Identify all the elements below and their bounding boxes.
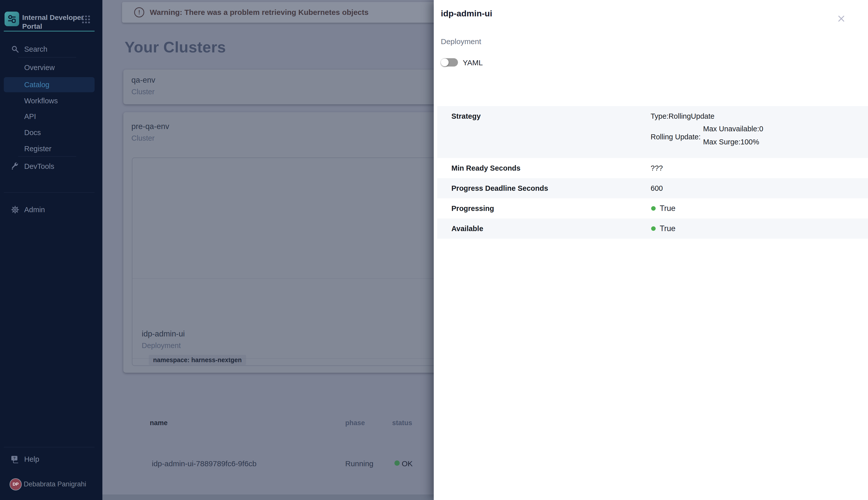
workload-card-idp-admin-ui[interactable]: idp-admin-ui Deployment namespace: harne… [132,158,434,366]
table-header-divider [132,278,434,279]
sidebar-item-register[interactable]: Register [0,141,102,156]
status-dot-green [651,206,656,211]
main-content-dimmed: ! Warning: There was a problem retrievin… [102,0,434,500]
close-icon[interactable] [835,13,847,25]
sidebar-item-label: Register [24,145,52,153]
apps-grid-icon[interactable] [81,15,91,24]
sidebar-item-workflows[interactable]: Workflows [0,93,102,109]
strategy-type-value: Type:RollingUpdate [650,112,714,121]
sidebar-item-docs[interactable]: Docs [0,125,102,140]
drawer-title: idp-admin-ui [441,9,492,19]
row-label: Min Ready Seconds [452,164,521,172]
row-label: Strategy [452,112,481,121]
cluster-name: qa-env [131,76,155,85]
gear-icon [11,206,19,214]
cluster-name: pre-qa-env [131,122,169,131]
sidebar-item-search[interactable]: Search [0,42,102,57]
cluster-kind: Cluster [131,88,155,96]
row-label: Progressing [452,204,494,213]
sidebar-divider [18,156,76,157]
pod-status-cell: OK [402,459,413,468]
sidebar-item-label: Search [24,45,47,54]
sidebar-divider [4,192,94,193]
toggle-knob [441,58,449,66]
avatar-initials: DP [13,482,19,487]
sidebar-item-label: Overview [24,64,55,72]
status-dot-green [394,461,400,466]
brand-logo-icon[interactable] [4,12,19,26]
warning-icon: ! [134,7,144,18]
yaml-toggle-label: YAML [463,58,483,67]
max-surge-value: Max Surge:100% [703,138,759,146]
max-unavailable-value: Max Unavailable:0 [703,125,763,133]
sidebar-item-label: Help [24,455,39,464]
sidebar-item-help[interactable]: ? Help [0,452,102,467]
workload-kind: Deployment [142,341,181,350]
cluster-card-qa-env[interactable]: qa-env Cluster [123,70,434,104]
detail-row-strategy: Strategy Type:RollingUpdate Rolling Upda… [437,106,868,158]
column-header-status: status [392,419,412,427]
pod-name-cell: idp-admin-ui-7889789fc6-9f6cb [152,459,256,468]
sidebar-item-label: Docs [24,128,41,137]
app-root: Internal Developer Portal Search Overvie… [0,0,868,500]
column-header-phase: phase [345,419,365,427]
sliders-logo-glyph [7,14,16,23]
user-name[interactable]: Debabrata Panigrahi [24,480,86,488]
column-header-name: name [150,419,168,427]
sidebar-item-label: Admin [24,206,45,214]
row-value: ??? [650,164,663,172]
sidebar-divider [4,447,94,447]
pod-phase-cell: Running [345,459,374,468]
row-value: True [660,204,676,213]
sidebar-item-label: DevTools [24,162,54,171]
rolling-update-label: Rolling Update: [650,133,701,141]
help-chat-icon: ? [11,455,19,463]
namespace-chip: namespace: harness-nextgen [149,355,246,365]
workload-name: idp-admin-ui [142,329,185,339]
detail-row-progressing: Progressing True [437,198,868,218]
sidebar-item-api[interactable]: API [0,109,102,124]
bottom-scroll-strip[interactable] [102,495,434,500]
detail-row-progress-deadline-seconds: Progress Deadline Seconds 600 [437,178,868,198]
row-label: Available [452,225,483,233]
drawer-subtitle: Deployment [441,37,481,46]
sidebar-item-catalog[interactable]: Catalog [0,77,102,92]
sidebar-item-devtools[interactable]: DevTools [0,159,102,174]
sidebar-item-overview[interactable]: Overview [0,60,102,75]
warning-text: Warning: There was a problem retrieving … [150,8,368,16]
detail-row-available: Available True [437,218,868,239]
wrench-icon [11,162,19,170]
row-label: Progress Deadline Seconds [452,184,548,193]
brand-accent-rule [4,31,94,32]
avatar[interactable]: DP [10,478,22,490]
status-dot-green [651,226,656,231]
page-title: Your Clusters [125,38,226,56]
cluster-kind: Cluster [131,134,155,143]
detail-row-min-ready-seconds: Min Ready Seconds ??? [437,158,868,178]
sidebar-item-label: API [24,112,36,121]
search-icon [11,45,19,53]
sidebar-item-label: Catalog [24,81,49,89]
sidebar: Internal Developer Portal Search Overvie… [0,0,102,500]
details-drawer: idp-admin-ui Deployment YAML Strategy Ty… [434,0,868,500]
warning-banner: ! Warning: There was a problem retrievin… [122,2,434,23]
brand-title: Internal Developer Portal [22,13,85,31]
row-value: True [660,224,676,233]
sidebar-item-admin[interactable]: Admin [0,202,102,217]
yaml-toggle[interactable] [441,58,458,67]
svg-text:?: ? [13,456,15,460]
row-value: 600 [650,184,663,193]
sidebar-item-label: Workflows [24,97,58,105]
